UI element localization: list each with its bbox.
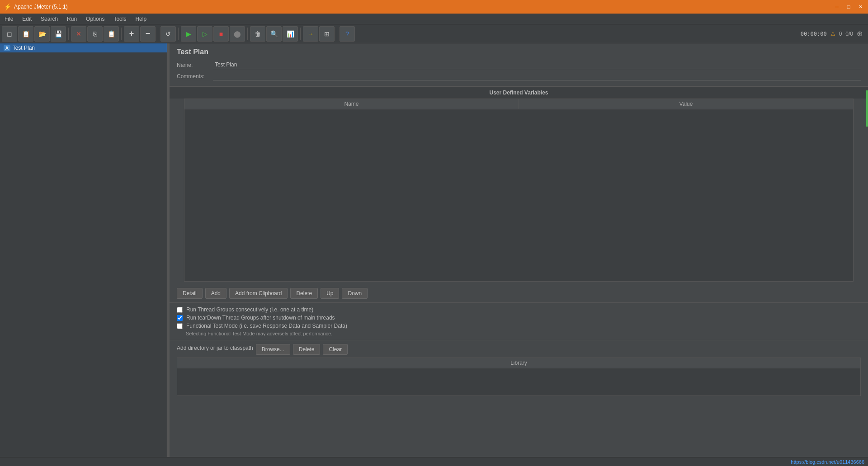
name-label: Name: xyxy=(177,62,213,68)
variables-section-header: User Defined Variables xyxy=(170,86,868,99)
menu-bar: File Edit Search Run Options Tools Help xyxy=(0,14,868,24)
menu-run[interactable]: Run xyxy=(62,15,81,23)
close-button[interactable]: ✕ xyxy=(856,3,864,11)
sidebar-item-label: Test Plan xyxy=(13,45,35,51)
templates-button[interactable]: 📋 xyxy=(18,26,33,42)
run-consecutively-checkbox[interactable] xyxy=(177,307,183,313)
toolbar: ◻ 📋 📂 💾 ✕ ⎘ 📋 + − ↺ ▶ ▷ ■ ⬤ 🗑 🔍 📊 → ⊞ ? … xyxy=(0,24,868,43)
variables-table: Name Value xyxy=(184,99,854,282)
main-layout: A Test Plan Test Plan Name: Comments: Us… xyxy=(0,43,868,466)
functional-note: Selecting Functional Test Mode may adver… xyxy=(186,331,861,336)
save-button[interactable]: 💾 xyxy=(51,26,66,42)
table-body xyxy=(184,109,853,281)
right-accent xyxy=(866,90,868,127)
toolbar-separator-4 xyxy=(178,28,179,40)
new-button[interactable]: ◻ xyxy=(2,26,17,42)
run-teardown-checkbox[interactable] xyxy=(177,315,183,321)
table-header: Name Value xyxy=(184,99,853,109)
toolbar-separator-6 xyxy=(300,28,301,40)
search-tree-button[interactable]: 🔍 xyxy=(266,26,282,42)
paste-button[interactable]: 📋 xyxy=(104,26,119,42)
col-value: Value xyxy=(519,99,853,109)
stop-button[interactable]: ■ xyxy=(213,26,229,42)
toolbar-separator-3 xyxy=(158,28,158,40)
add-button[interactable]: + xyxy=(124,26,139,42)
remote-stop-button[interactable]: ⊞ xyxy=(319,26,335,42)
status-bar: https://blog.csdn.net/u011436666 xyxy=(0,457,868,466)
copy-button[interactable]: ⎘ xyxy=(87,26,103,42)
app-icon: ⚡ xyxy=(4,3,11,10)
toolbar-separator-7 xyxy=(337,28,337,40)
clear-button[interactable]: Clear xyxy=(323,344,348,355)
sidebar: A Test Plan xyxy=(0,43,167,466)
menu-file[interactable]: File xyxy=(0,15,18,23)
run-consecutively-label: Run Thread Groups consecutively (i.e. on… xyxy=(186,306,313,313)
shutdown-button[interactable]: ⬤ xyxy=(230,26,245,42)
checkbox-row-3: Functional Test Mode (i.e. save Response… xyxy=(177,323,861,329)
comments-input[interactable] xyxy=(213,72,861,80)
window-controls: ─ □ ✕ xyxy=(833,3,864,11)
remove-button[interactable]: − xyxy=(140,26,156,42)
timer-display: 00:00:00 xyxy=(801,31,827,37)
toolbar-separator-2 xyxy=(121,28,122,40)
comments-row: Comments: xyxy=(177,72,861,80)
menu-tools[interactable]: Tools xyxy=(109,15,131,23)
warning-count: 0 xyxy=(839,31,842,37)
undo-history-button[interactable]: 📊 xyxy=(283,26,298,42)
col-name: Name xyxy=(184,99,519,109)
toolbar-separator-1 xyxy=(68,28,69,40)
sidebar-item-test-plan[interactable]: A Test Plan xyxy=(0,43,167,52)
start-button[interactable]: ▶ xyxy=(181,26,196,42)
library-header: Library xyxy=(177,358,860,368)
panel-header: Test Plan Name: Comments: xyxy=(170,43,868,86)
down-button[interactable]: Down xyxy=(342,288,368,299)
error-count: 0/0 xyxy=(845,31,853,37)
library-table: Library xyxy=(177,358,861,396)
warning-icon: ⚠ xyxy=(830,31,835,37)
start-no-pause-button[interactable]: ▷ xyxy=(197,26,212,42)
checkbox-row-1: Run Thread Groups consecutively (i.e. on… xyxy=(177,306,861,313)
run-teardown-label: Run tearDown Thread Groups after shutdow… xyxy=(186,315,335,321)
variable-buttons: Detail Add Add from Clipboard Delete Up … xyxy=(170,284,868,302)
classpath-row: Add directory or jar to classpath Browse… xyxy=(177,344,861,355)
menu-search[interactable]: Search xyxy=(36,15,62,23)
open-button[interactable]: 📂 xyxy=(34,26,50,42)
remote-start-button[interactable]: → xyxy=(303,26,318,42)
zoom-button[interactable]: ⊕ xyxy=(857,29,863,38)
title-bar: ⚡ Apache JMeter (5.1.1) ─ □ ✕ xyxy=(0,0,868,14)
name-row: Name: xyxy=(177,61,861,69)
add-from-clipboard-button[interactable]: Add from Clipboard xyxy=(229,288,288,299)
panel-title: Test Plan xyxy=(177,48,861,56)
content-panel: Test Plan Name: Comments: User Defined V… xyxy=(170,43,868,466)
comments-label: Comments: xyxy=(177,73,213,80)
minimize-button[interactable]: ─ xyxy=(833,3,841,11)
menu-edit[interactable]: Edit xyxy=(18,15,36,23)
add-variable-button[interactable]: Add xyxy=(205,288,226,299)
classpath-label: Add directory or jar to classpath xyxy=(177,345,253,351)
delete-classpath-button[interactable]: Delete xyxy=(293,344,321,355)
library-body xyxy=(177,368,860,395)
window-title: Apache JMeter (5.1.1) xyxy=(14,4,833,10)
delete-variable-button[interactable]: Delete xyxy=(290,288,318,299)
name-input[interactable] xyxy=(213,61,861,69)
classpath-section: Add directory or jar to classpath Browse… xyxy=(170,340,868,400)
browse-button[interactable]: Browse... xyxy=(256,344,290,355)
status-url: https://blog.csdn.net/u011436666 xyxy=(791,459,864,465)
variables-section: Name Value xyxy=(170,99,868,284)
revert-button[interactable]: ✕ xyxy=(71,26,86,42)
functional-test-mode-checkbox[interactable] xyxy=(177,323,183,329)
checkboxes-section: Run Thread Groups consecutively (i.e. on… xyxy=(170,302,868,340)
up-button[interactable]: Up xyxy=(321,288,339,299)
refresh-button[interactable]: ↺ xyxy=(160,26,176,42)
toolbar-separator-5 xyxy=(247,28,248,40)
help-button[interactable]: ? xyxy=(340,26,355,42)
menu-options[interactable]: Options xyxy=(81,15,109,23)
checkbox-row-2: Run tearDown Thread Groups after shutdow… xyxy=(177,315,861,321)
detail-button[interactable]: Detail xyxy=(177,288,203,299)
clear-all-button[interactable]: 🗑 xyxy=(250,26,265,42)
toolbar-right: 00:00:00 ⚠ 0 0/0 ⊕ xyxy=(801,29,866,38)
maximize-button[interactable]: □ xyxy=(844,3,853,11)
test-plan-icon: A xyxy=(4,45,10,51)
menu-help[interactable]: Help xyxy=(131,15,151,23)
functional-test-mode-label: Functional Test Mode (i.e. save Response… xyxy=(186,323,347,329)
